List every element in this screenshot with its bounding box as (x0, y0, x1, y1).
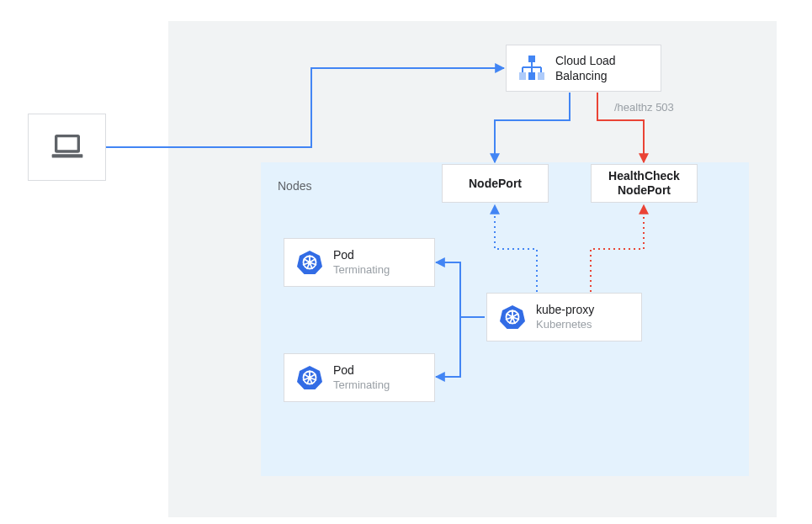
pod2-subtitle: Terminating (333, 378, 390, 393)
svg-point-30 (308, 376, 311, 379)
edge-label-healthz: /healthz 503 (614, 101, 674, 114)
hcnp-line2: NodePort (618, 183, 671, 197)
nodeport-node: NodePort (442, 164, 549, 203)
svg-point-20 (308, 261, 311, 264)
pod2-title: Pod (333, 363, 390, 378)
nodes-panel-label: Nodes (278, 179, 311, 193)
svg-point-40 (511, 315, 514, 319)
diagram-stage: Nodes Cloud Load Ba (0, 0, 812, 524)
client-node (28, 114, 106, 181)
clb-title-line2: Balancing (555, 68, 616, 83)
hcnp-line1: HealthCheck (608, 169, 680, 183)
cloud-load-balancing-node: Cloud Load Balancing (506, 45, 661, 92)
nodeport-label: NodePort (443, 176, 548, 191)
pod-node-1: Pod Terminating (284, 238, 435, 287)
kubernetes-icon (496, 304, 529, 330)
kube-proxy-node: kube-proxy Kubernetes (486, 293, 642, 341)
kube-proxy-subtitle: Kubernetes (536, 318, 594, 332)
kube-proxy-title: kube-proxy (536, 302, 594, 317)
svg-rect-9 (528, 72, 535, 80)
kubernetes-icon (293, 365, 326, 390)
svg-rect-1 (51, 154, 82, 157)
clb-title-line1: Cloud Load (555, 53, 616, 68)
healthcheck-nodeport-node: HealthCheck NodePort (591, 164, 698, 203)
svg-rect-2 (528, 56, 535, 62)
svg-rect-8 (519, 72, 526, 80)
cloud-lb-icon (515, 54, 549, 82)
pod1-subtitle: Terminating (333, 263, 390, 278)
laptop-icon (50, 130, 84, 164)
pod1-title: Pod (333, 247, 390, 262)
kubernetes-icon (293, 250, 326, 275)
svg-rect-10 (538, 72, 544, 80)
pod-node-2: Pod Terminating (284, 353, 435, 402)
svg-rect-0 (56, 136, 78, 151)
